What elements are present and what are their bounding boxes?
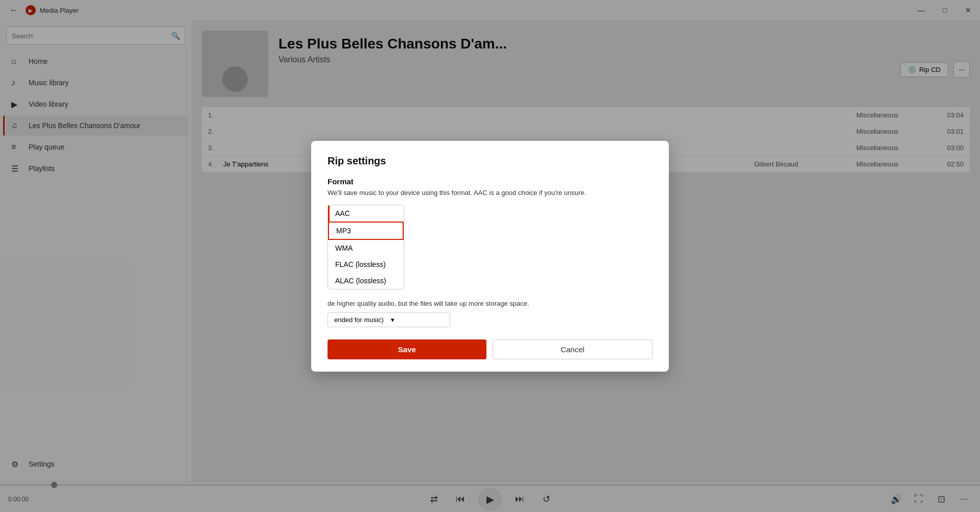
format-label-flac: FLAC (lossless) [335,260,386,269]
format-item-aac[interactable]: AAC [328,205,404,222]
chevron-down-icon: ▾ [391,316,444,324]
modal-title: Rip settings [328,155,652,167]
cancel-button[interactable]: Cancel [493,339,652,359]
quality-dropdown-value: ended for music) [334,316,387,324]
format-section-title: Format [328,177,652,186]
format-list: AAC MP3 WMA FLAC (lossless) ALAC (lossle… [328,205,404,289]
modal-buttons: Save Cancel [328,339,652,359]
format-item-alac[interactable]: ALAC (lossless) [328,273,404,289]
rip-settings-modal: Rip settings Format We'll save music to … [311,141,669,372]
save-button[interactable]: Save [328,339,486,359]
format-label-alac: ALAC (lossless) [335,277,386,285]
quality-description: de higher quality audio, but the files w… [328,300,652,307]
quality-section: de higher quality audio, but the files w… [328,300,652,327]
format-item-wma[interactable]: WMA [328,240,404,256]
modal-overlay: Rip settings Format We'll save music to … [0,0,980,512]
format-item-flac[interactable]: FLAC (lossless) [328,256,404,273]
format-label-mp3: MP3 [336,227,351,235]
format-label-aac: AAC [335,209,350,217]
format-description: We'll save music to your device using th… [328,189,652,197]
format-label-wma: WMA [335,244,353,252]
format-item-mp3[interactable]: MP3 [328,222,404,240]
quality-dropdown[interactable]: ended for music) ▾ [328,312,450,327]
